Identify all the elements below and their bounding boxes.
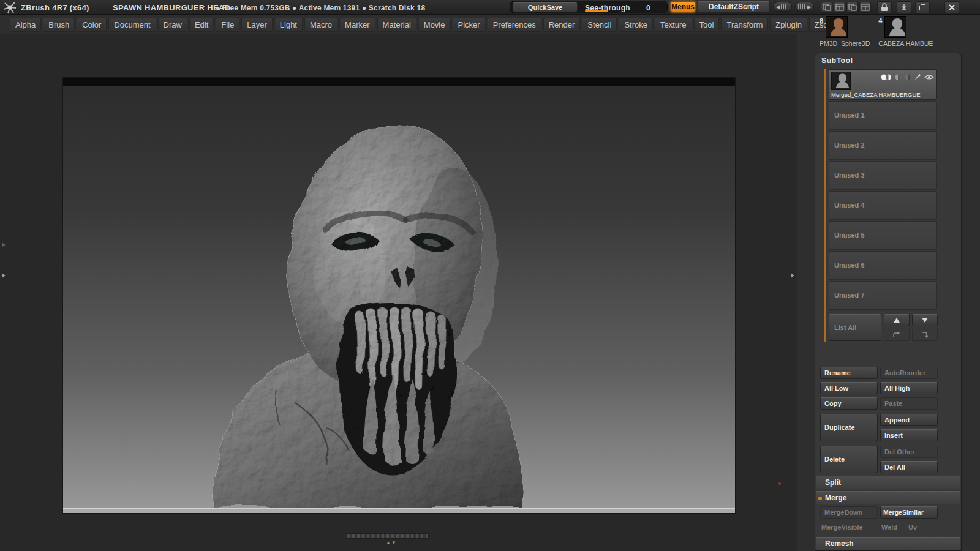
- subtool-item-selected[interactable]: Merged_CABEZA HAMBUERGUE: [829, 69, 937, 100]
- layout-split2-button[interactable]: [859, 2, 871, 13]
- move-down-bend-button[interactable]: [912, 329, 938, 341]
- subtool-slot[interactable]: Unused 3: [829, 161, 937, 190]
- menu-item[interactable]: Marker: [339, 18, 375, 32]
- canvas-horizontal-scrollbar[interactable]: [347, 533, 429, 539]
- delete-button[interactable]: Delete: [820, 446, 878, 473]
- insert-button[interactable]: Insert: [880, 429, 938, 441]
- list-all-button[interactable]: List All: [829, 314, 881, 341]
- layout-split-button[interactable]: [834, 2, 845, 13]
- all-high-button[interactable]: All High: [880, 382, 938, 394]
- tool-thumbnail-cabeza[interactable]: [884, 16, 907, 38]
- right-tray-open-arrow-icon[interactable]: [791, 273, 794, 278]
- see-through-value: 0: [646, 4, 650, 12]
- menu-item[interactable]: Edit: [189, 18, 214, 32]
- autoreorder-button[interactable]: AutoReorder: [880, 367, 938, 379]
- move-up-button[interactable]: [884, 314, 910, 326]
- left-tray-arrow-icon[interactable]: [2, 242, 6, 247]
- append-button[interactable]: Append: [880, 414, 938, 426]
- shaded-toggle-icon[interactable]: [894, 73, 902, 81]
- scrub-bars-icon: [798, 4, 806, 9]
- contrast-toggle-icon[interactable]: [904, 73, 911, 81]
- merge-section-header[interactable]: Merge: [816, 491, 960, 504]
- menu-item[interactable]: Tool: [694, 18, 720, 32]
- left-tray-open-arrow-icon[interactable]: [2, 273, 6, 278]
- subtool-list-accent: [824, 69, 826, 342]
- quicksave-button[interactable]: QuickSave: [513, 2, 578, 12]
- uv-button[interactable]: Uv: [908, 523, 917, 531]
- copy-button[interactable]: Copy: [820, 397, 878, 410]
- polypaint-brush-icon[interactable]: [914, 73, 922, 81]
- restore-button[interactable]: [915, 1, 930, 13]
- split-grid-icon: [861, 4, 870, 11]
- stacked-docs-icon: [848, 4, 857, 11]
- tool-slot-cabeza[interactable]: 4 CABEZA HAMBUE: [878, 16, 933, 51]
- del-all-button[interactable]: Del All: [880, 461, 938, 473]
- menu-item[interactable]: Color: [77, 18, 107, 32]
- layout-docs2-button[interactable]: [846, 2, 858, 13]
- subtool-panel-title[interactable]: SubTool: [821, 56, 853, 65]
- canvas-bottom-band: [63, 508, 735, 513]
- subtool-slot[interactable]: Unused 6: [829, 251, 937, 280]
- visibility-eye-icon[interactable]: [924, 73, 934, 81]
- merge-down-button[interactable]: MergeDown: [820, 506, 878, 519]
- menu-item[interactable]: Preferences: [488, 18, 541, 32]
- menu-item[interactable]: Stroke: [619, 18, 653, 32]
- subtool-slot[interactable]: Unused 2: [829, 131, 937, 160]
- tool-thumbnail-sphere[interactable]: [826, 16, 848, 38]
- bend-down-arrow-icon: [921, 332, 929, 339]
- weld-button[interactable]: Weld: [881, 523, 897, 531]
- menu-item[interactable]: Brush: [43, 18, 75, 32]
- layout-docs-button[interactable]: [821, 2, 832, 13]
- scrub-right-widget[interactable]: ▶: [795, 2, 814, 12]
- subtool-slot[interactable]: Unused 1: [829, 101, 937, 130]
- scrollbar-arrows-icon[interactable]: ▲▼: [386, 540, 397, 545]
- subtool-slot[interactable]: Unused 7: [829, 281, 937, 310]
- quicksave-group: QuickSave See-through 0: [510, 1, 668, 13]
- close-button[interactable]: [944, 1, 959, 13]
- scrub-left-widget[interactable]: ◀: [773, 2, 792, 12]
- merge-header-label: Merge: [825, 493, 846, 502]
- menu-item[interactable]: Document: [108, 18, 156, 32]
- minimize-button[interactable]: [897, 1, 911, 13]
- menu-item[interactable]: Light: [274, 18, 303, 32]
- paste-button[interactable]: Paste: [880, 397, 938, 410]
- split-section-header[interactable]: Split: [816, 476, 960, 489]
- all-low-button[interactable]: All Low: [820, 382, 878, 394]
- rename-button[interactable]: Rename: [820, 367, 878, 379]
- menu-item[interactable]: Render: [543, 18, 581, 32]
- subtool-selected-name: Merged_CABEZA HAMBUERGUE: [831, 91, 935, 98]
- bend-up-arrow-icon: [893, 332, 900, 338]
- subtool-slot[interactable]: Unused 4: [829, 191, 937, 220]
- menu-item[interactable]: File: [216, 18, 239, 32]
- menus-toggle-button[interactable]: Menus: [671, 1, 695, 12]
- document-canvas[interactable]: [63, 78, 735, 513]
- menu-item[interactable]: Movie: [418, 18, 451, 32]
- menu-item[interactable]: Zplugin: [770, 18, 807, 32]
- lock-button[interactable]: [877, 1, 892, 13]
- up-arrow-icon: [894, 318, 900, 323]
- merge-visible-button[interactable]: MergeVisible: [821, 523, 863, 531]
- move-down-button[interactable]: [912, 314, 938, 326]
- menu-item[interactable]: Alpha: [10, 18, 41, 32]
- polypaint-toggle-icon[interactable]: [881, 73, 892, 81]
- menu-item[interactable]: Macro: [304, 18, 337, 32]
- menu-item[interactable]: Layer: [241, 18, 273, 32]
- sculpt-3d-model[interactable]: [63, 85, 735, 508]
- subtool-slot[interactable]: Unused 5: [829, 221, 937, 250]
- move-up-bend-button[interactable]: [884, 329, 910, 341]
- tool-slot-sphere[interactable]: 8 PM3D_Sphere3D: [820, 16, 870, 51]
- menu-item[interactable]: Texture: [655, 18, 692, 32]
- menu-item[interactable]: Picker: [453, 18, 486, 32]
- menu-item[interactable]: Transform: [721, 18, 768, 32]
- menu-item[interactable]: Draw: [158, 18, 187, 32]
- menu-item[interactable]: Stencil: [582, 18, 617, 32]
- remesh-section-header[interactable]: Remesh: [816, 537, 960, 550]
- restore-window-icon: [919, 4, 926, 11]
- default-zscript-button[interactable]: DefaultZScript: [698, 1, 770, 12]
- merge-similar-button[interactable]: MergeSimilar: [880, 506, 938, 519]
- tool-slot-label: PM3D_Sphere3D: [820, 40, 870, 47]
- see-through-slider[interactable]: [585, 10, 608, 12]
- menu-item[interactable]: Material: [377, 18, 417, 32]
- del-other-button[interactable]: Del Other: [880, 446, 938, 458]
- duplicate-button[interactable]: Duplicate: [820, 414, 878, 441]
